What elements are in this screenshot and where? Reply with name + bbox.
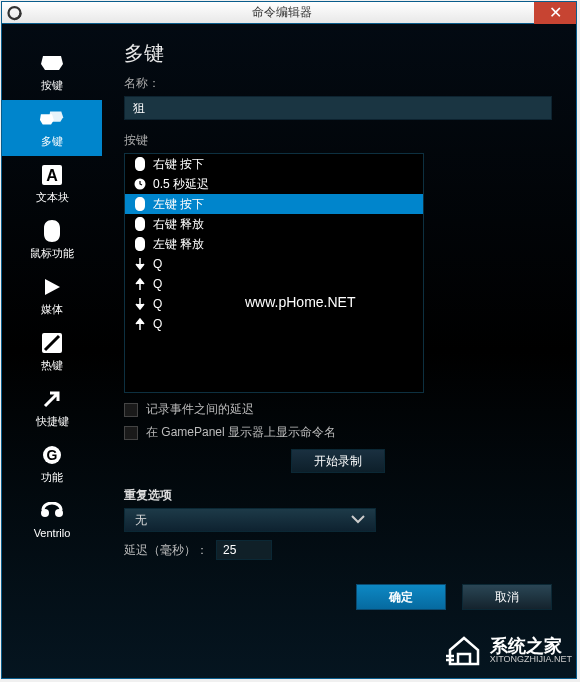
list-item[interactable]: Q [125, 314, 423, 334]
sidebar-item-shortcut[interactable]: 快捷键 [2, 380, 102, 436]
sidebar: 按键 多键 A 文本块 鼠标功能 媒体 热键 [2, 24, 102, 678]
overlay-brand-name: 系统之家 [490, 637, 572, 655]
list-item-text: Q [153, 297, 162, 311]
svg-point-7 [55, 509, 63, 517]
sidebar-item-label: Ventrilo [34, 527, 71, 539]
mouse-icon [133, 157, 147, 171]
down-icon [133, 297, 147, 311]
sidebar-item-keystroke[interactable]: 按键 [2, 44, 102, 100]
sidebar-item-function[interactable]: G 功能 [2, 436, 102, 492]
down-icon [133, 257, 147, 271]
event-list[interactable]: www.pHome.NET 右键 按下0.5 秒延迟左键 按下右键 释放左键 释… [124, 153, 424, 393]
list-label: 按键 [124, 132, 552, 149]
ventrilo-icon [39, 501, 65, 523]
up-icon [133, 277, 147, 291]
titlebar: 命令编辑器 ✕ [2, 2, 576, 24]
list-item[interactable]: Q [125, 274, 423, 294]
checkbox-label: 记录事件之间的延迟 [146, 401, 254, 418]
sidebar-item-hotkey[interactable]: 热键 [2, 324, 102, 380]
hotkey-icon [39, 332, 65, 354]
list-item[interactable]: 左键 释放 [125, 234, 423, 254]
name-input[interactable] [124, 96, 552, 120]
sidebar-item-label: 媒体 [41, 302, 63, 317]
mouse-icon [133, 237, 147, 251]
sidebar-item-label: 按键 [41, 78, 63, 93]
section-title: 多键 [124, 40, 552, 67]
sidebar-item-media[interactable]: 媒体 [2, 268, 102, 324]
up-icon [133, 317, 147, 331]
shortcut-icon [39, 388, 65, 410]
repeat-label: 重复选项 [124, 487, 552, 504]
list-item-text: 右键 释放 [153, 216, 204, 233]
mouse-icon [39, 220, 65, 242]
multikey-icon [39, 108, 65, 130]
list-item-text: 左键 释放 [153, 236, 204, 253]
sidebar-item-label: 功能 [41, 470, 63, 485]
svg-text:G: G [47, 447, 58, 463]
svg-text:A: A [46, 167, 58, 184]
sidebar-item-label: 热键 [41, 358, 63, 373]
name-label: 名称： [124, 75, 552, 92]
logitech-logo-icon [2, 2, 30, 24]
close-icon: ✕ [549, 3, 562, 22]
list-item[interactable]: 0.5 秒延迟 [125, 174, 423, 194]
list-item-text: Q [153, 277, 162, 291]
sidebar-item-label: 文本块 [36, 190, 69, 205]
checkbox-record-delay[interactable]: 记录事件之间的延迟 [124, 401, 552, 418]
sidebar-item-label: 鼠标功能 [30, 246, 74, 261]
text-icon: A [39, 164, 65, 186]
delay-input[interactable] [216, 540, 272, 560]
cancel-button[interactable]: 取消 [462, 584, 552, 610]
watermark-text: www.pHome.NET [245, 294, 355, 310]
mouse-icon [133, 217, 147, 231]
svg-point-6 [41, 509, 49, 517]
list-item-text: 右键 按下 [153, 156, 204, 173]
mouse-icon [133, 197, 147, 211]
sidebar-item-mouse[interactable]: 鼠标功能 [2, 212, 102, 268]
close-button[interactable]: ✕ [534, 2, 576, 24]
delay-label: 延迟（毫秒）： [124, 542, 208, 559]
list-item-text: 0.5 秒延迟 [153, 176, 209, 193]
checkbox-label: 在 GamePanel 显示器上显示命令名 [146, 424, 336, 441]
list-item-text: Q [153, 317, 162, 331]
chevron-down-icon [351, 513, 365, 527]
overlay-brand-domain: XITONGZHIJIA.NET [490, 655, 572, 664]
sidebar-item-multikey[interactable]: 多键 [2, 100, 102, 156]
ok-button[interactable]: 确定 [356, 584, 446, 610]
record-button[interactable]: 开始录制 [291, 449, 385, 473]
sidebar-item-label: 多键 [41, 134, 63, 149]
window-title: 命令编辑器 [30, 4, 534, 21]
repeat-select[interactable]: 无 [124, 508, 376, 532]
checkbox-show-name[interactable]: 在 GamePanel 显示器上显示命令名 [124, 424, 552, 441]
select-value: 无 [135, 512, 147, 529]
play-icon [39, 276, 65, 298]
sidebar-item-textblock[interactable]: A 文本块 [2, 156, 102, 212]
list-item-text: Q [153, 257, 162, 271]
key-icon [39, 52, 65, 74]
checkbox-icon [124, 426, 138, 440]
overlay-brand: 系统之家 XITONGZHIJIA.NET [444, 632, 572, 668]
sidebar-item-ventrilo[interactable]: Ventrilo [2, 492, 102, 548]
checkbox-icon [124, 403, 138, 417]
house-icon [444, 632, 484, 668]
list-item[interactable]: 右键 释放 [125, 214, 423, 234]
clock-icon [133, 177, 147, 191]
list-item[interactable]: Q [125, 254, 423, 274]
gear-icon: G [39, 444, 65, 466]
sidebar-item-label: 快捷键 [36, 414, 69, 429]
list-item[interactable]: 左键 按下 [125, 194, 423, 214]
list-item[interactable]: 右键 按下 [125, 154, 423, 174]
list-item-text: 左键 按下 [153, 196, 204, 213]
